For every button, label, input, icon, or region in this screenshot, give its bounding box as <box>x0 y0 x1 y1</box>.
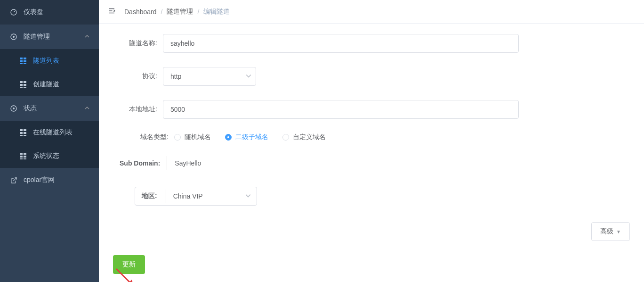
compass-icon <box>9 33 18 41</box>
tunnel-name-input[interactable] <box>163 34 519 53</box>
domain-type-label: 域名类型: <box>113 133 174 141</box>
advanced-button[interactable]: 高级 ▼ <box>591 222 630 241</box>
sidebar-item-label: 创建隧道 <box>33 80 59 89</box>
radio-label: 随机域名 <box>185 133 211 141</box>
svg-rect-19 <box>20 132 23 134</box>
radio-custom-domain[interactable]: 自定义域名 <box>282 133 326 141</box>
svg-rect-12 <box>24 84 26 86</box>
svg-rect-3 <box>20 58 23 59</box>
radio-icon <box>225 134 232 141</box>
svg-rect-28 <box>24 158 26 159</box>
svg-rect-11 <box>20 84 23 86</box>
chevron-up-icon <box>85 34 89 40</box>
sidebar-item-label: 状态 <box>24 104 37 113</box>
svg-rect-26 <box>24 156 26 158</box>
svg-rect-13 <box>20 87 23 88</box>
svg-rect-24 <box>24 153 26 155</box>
radio-icon <box>174 134 181 141</box>
sidebar-item-label: 隧道管理 <box>24 33 50 41</box>
svg-rect-5 <box>20 60 23 62</box>
sidebar-item-cpolar-site[interactable]: cpolar官网 <box>0 168 99 192</box>
region-value: China VIP <box>166 192 210 200</box>
svg-rect-22 <box>24 135 26 136</box>
svg-rect-7 <box>20 63 23 64</box>
compass-icon <box>9 105 18 112</box>
sidebar-item-create-tunnel[interactable]: 创建隧道 <box>0 73 99 96</box>
svg-line-29 <box>13 177 16 181</box>
local-addr-input[interactable] <box>163 100 519 119</box>
sidebar-item-tunnel-mgmt[interactable]: 隧道管理 <box>0 25 99 49</box>
sidebar-item-system-status[interactable]: 系统状态 <box>0 144 99 168</box>
sidebar-item-label: 仪表盘 <box>24 8 43 17</box>
protocol-label: 协议: <box>113 72 163 81</box>
local-addr-label: 本地地址: <box>113 105 163 114</box>
domain-type-radio-group: 随机域名 二级子域名 自定义域名 <box>174 133 340 141</box>
svg-rect-20 <box>24 132 26 134</box>
gauge-icon <box>9 8 18 16</box>
sidebar-item-tunnel-list[interactable]: 隧道列表 <box>0 49 99 73</box>
svg-rect-6 <box>24 60 26 62</box>
breadcrumb-separator: / <box>161 8 163 16</box>
svg-rect-27 <box>20 158 23 159</box>
triangle-down-icon: ▼ <box>616 229 621 234</box>
table-icon <box>19 58 27 64</box>
update-button[interactable]: 更新 <box>113 255 145 274</box>
svg-point-16 <box>13 108 15 109</box>
chevron-up-icon <box>85 106 89 111</box>
breadcrumb-item[interactable]: 隧道管理 <box>167 8 193 16</box>
sidebar-item-label: 在线隧道列表 <box>33 128 72 137</box>
svg-point-2 <box>13 36 15 38</box>
svg-rect-17 <box>20 129 23 131</box>
sidebar-toggle-icon[interactable] <box>107 7 116 17</box>
form-content: 隧道名称: 协议: 本地地址: 域名类型 <box>99 24 644 282</box>
svg-marker-34 <box>127 280 134 282</box>
tunnel-name-label: 隧道名称: <box>113 39 163 48</box>
protocol-select[interactable] <box>163 67 256 86</box>
region-label: 地区: <box>135 192 166 200</box>
sidebar-item-label: 隧道列表 <box>33 57 59 65</box>
table-icon <box>19 81 27 88</box>
radio-random-domain[interactable]: 随机域名 <box>174 133 211 141</box>
svg-rect-9 <box>20 81 23 83</box>
radio-label: 自定义域名 <box>293 133 326 141</box>
advanced-button-label: 高级 <box>600 227 613 236</box>
sidebar-item-label: 系统状态 <box>33 152 59 160</box>
subdomain-value[interactable]: SayHello <box>167 154 209 173</box>
svg-rect-10 <box>24 81 26 83</box>
radio-icon <box>282 134 289 141</box>
svg-rect-25 <box>20 156 23 158</box>
protocol-select-input[interactable] <box>163 67 256 86</box>
sidebar-item-dashboard[interactable]: 仪表盘 <box>0 0 99 25</box>
radio-label: 二级子域名 <box>235 133 268 141</box>
sidebar-item-label: cpolar官网 <box>24 176 55 184</box>
sidebar-item-online-tunnels[interactable]: 在线隧道列表 <box>0 121 99 144</box>
table-icon <box>19 129 27 136</box>
external-link-icon <box>9 177 18 184</box>
svg-rect-4 <box>24 58 26 59</box>
sidebar: 仪表盘 隧道管理 隧道列表 创建隧道 <box>0 0 99 282</box>
header: Dashboard / 隧道管理 / 编辑隧道 <box>99 0 644 24</box>
main-area: Dashboard / 隧道管理 / 编辑隧道 隧道名称: 协议: <box>99 0 644 282</box>
radio-subdomain[interactable]: 二级子域名 <box>225 133 268 141</box>
svg-rect-14 <box>24 87 26 88</box>
breadcrumb-item-current: 编辑隧道 <box>203 8 230 16</box>
breadcrumb-separator: / <box>197 8 199 16</box>
svg-rect-23 <box>20 153 23 155</box>
chevron-down-icon <box>245 193 251 200</box>
table-icon <box>19 153 27 159</box>
subdomain-label: Sub Domain: <box>113 154 167 173</box>
svg-rect-21 <box>20 135 23 136</box>
svg-rect-8 <box>24 63 26 64</box>
breadcrumb-item[interactable]: Dashboard <box>124 8 157 16</box>
svg-rect-18 <box>24 129 26 131</box>
sidebar-item-status[interactable]: 状态 <box>0 96 99 121</box>
region-select[interactable]: 地区: China VIP <box>135 187 257 206</box>
breadcrumb: Dashboard / 隧道管理 / 编辑隧道 <box>124 8 230 16</box>
